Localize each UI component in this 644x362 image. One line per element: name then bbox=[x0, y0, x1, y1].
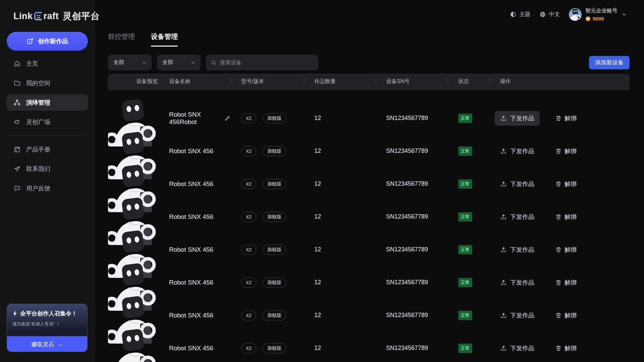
status-badge: 正常 bbox=[458, 245, 472, 254]
send-work-button[interactable]: 下发作品 bbox=[495, 341, 540, 356]
sidebar-item-label: 演绎管理 bbox=[26, 99, 50, 107]
works-count: 12 bbox=[304, 345, 376, 352]
edit-pencil-icon[interactable] bbox=[224, 115, 231, 122]
send-work-button[interactable]: 下发作品 bbox=[495, 177, 540, 191]
sidebar-item-contact-us[interactable]: 联系我们 bbox=[7, 161, 88, 177]
theme-contrast-icon bbox=[510, 11, 517, 18]
send-work-button[interactable]: 下发作品 bbox=[495, 209, 540, 224]
create-new-work-button[interactable]: 创作新作品 bbox=[7, 32, 88, 51]
search-device-input[interactable] bbox=[220, 60, 314, 66]
unbind-label: 解绑 bbox=[565, 147, 577, 155]
sidebar-item-label: 联系我们 bbox=[26, 165, 50, 173]
sidebar-nav-primary: 主页 我的空间 演绎管 bbox=[7, 56, 88, 130]
version-badge: 旗舰版 bbox=[263, 179, 286, 189]
promo-subtitle: 成为首批"机器人导演" ！ bbox=[12, 321, 82, 327]
filter-dropdown-1[interactable]: 全部 bbox=[108, 55, 152, 70]
upload-icon bbox=[500, 214, 507, 220]
unbind-button[interactable]: 解绑 bbox=[555, 147, 577, 155]
unbind-label: 解绑 bbox=[565, 114, 577, 122]
send-work-button[interactable]: 下发作品 bbox=[495, 111, 540, 126]
theme-toggle[interactable]: 主题 bbox=[510, 11, 530, 18]
sidebar: Link raft 灵创平台 bbox=[0, 0, 95, 362]
sidebar-item-performance-management[interactable]: 演绎管理 bbox=[7, 95, 88, 111]
sidebar-item-label: 用户反馈 bbox=[26, 184, 50, 192]
account-menu[interactable]: 智元企业账号 5000 bbox=[569, 7, 627, 21]
device-name: Robot SNX 456 bbox=[169, 180, 213, 188]
status-badge: 正常 bbox=[458, 114, 472, 123]
device-sn: SN1234567789 bbox=[376, 246, 448, 253]
status-cell: 正常 bbox=[448, 344, 490, 353]
device-table-header: 设备预览 设备名称 型号/版本 作品数量 设备SN号 状态 操作 bbox=[108, 74, 630, 90]
model-badge: X2 bbox=[241, 179, 256, 189]
promo-card: 全平台创作人召集令！ 成为首批"机器人导演" ！ 赚取灵石 → bbox=[7, 304, 88, 352]
unbind-button[interactable]: 解绑 bbox=[555, 114, 577, 122]
main-area: 主题 中文 智元企业账号 bbox=[95, 0, 644, 362]
column-header-status: 状态 bbox=[448, 78, 490, 85]
device-name-cell: Robot SNX 456Robot bbox=[159, 111, 231, 126]
sidebar-divider bbox=[7, 135, 88, 136]
status-badge: 正常 bbox=[458, 212, 472, 222]
trash-x-icon bbox=[555, 279, 562, 286]
status-badge: 正常 bbox=[458, 278, 472, 287]
column-header-actions: 操作 bbox=[490, 78, 630, 85]
model-version-cell: X2 旗舰版 bbox=[231, 212, 304, 222]
sidebar-item-lingchuang-plaza[interactable]: 灵创广场 bbox=[7, 114, 88, 130]
model-badge: X2 bbox=[241, 212, 256, 222]
device-sn: SN1234567789 bbox=[376, 279, 448, 286]
unbind-button[interactable]: 解绑 bbox=[555, 246, 577, 254]
device-sn: SN1234567789 bbox=[376, 345, 448, 352]
send-work-button[interactable]: 下发作品 bbox=[495, 308, 540, 323]
status-cell: 正常 bbox=[448, 179, 490, 189]
earn-lingshi-button[interactable]: 赚取灵石 → bbox=[7, 336, 87, 352]
promo-cta-label: 赚取灵石 bbox=[32, 341, 54, 348]
home-icon bbox=[13, 60, 21, 67]
device-sn: SN1234567789 bbox=[376, 115, 448, 122]
filter-dropdown-2[interactable]: 全部 bbox=[157, 55, 201, 70]
paper-plane-icon bbox=[13, 165, 21, 173]
status-cell: 正常 bbox=[448, 245, 490, 254]
device-name: Robot SNX 456 bbox=[169, 213, 213, 221]
unbind-button[interactable]: 解绑 bbox=[555, 311, 577, 319]
unbind-button[interactable]: 解绑 bbox=[555, 279, 577, 287]
promo-title: 全平台创作人召集令！ bbox=[20, 310, 77, 317]
device-name: Robot SNX 456 bbox=[169, 345, 213, 352]
model-version-cell: X2 旗舰版 bbox=[231, 310, 304, 320]
device-name: Robot SNX 456 bbox=[169, 246, 213, 253]
actions-cell: 下发作品 解绑 bbox=[490, 209, 630, 224]
send-work-button[interactable]: 下发作品 bbox=[495, 275, 540, 290]
unbind-button[interactable]: 解绑 bbox=[555, 344, 577, 352]
unbind-button[interactable]: 解绑 bbox=[555, 180, 577, 188]
globe-icon bbox=[539, 11, 546, 18]
table-row: Robot SNX 456 X2 旗舰版 12 SN1234567789 正常 … bbox=[108, 221, 630, 254]
sidebar-item-my-space[interactable]: 我的空间 bbox=[7, 75, 88, 91]
trash-x-icon bbox=[555, 115, 562, 122]
arrow-right-icon: → bbox=[57, 341, 63, 348]
sidebar-item-home[interactable]: 主页 bbox=[7, 56, 88, 72]
sidebar-item-user-feedback[interactable]: 用户反馈 bbox=[7, 180, 88, 196]
model-version-cell: X2 旗舰版 bbox=[231, 343, 304, 353]
device-name: Robot SNX 456Robot bbox=[169, 111, 220, 126]
unbind-button[interactable]: 解绑 bbox=[555, 213, 577, 221]
model-version-cell: X2 旗舰版 bbox=[231, 113, 304, 123]
sidebar-item-product-manual[interactable]: 产品手册 bbox=[7, 141, 88, 158]
actions-cell: 下发作品 解绑 bbox=[490, 177, 630, 191]
send-work-button[interactable]: 下发作品 bbox=[495, 144, 540, 159]
works-count: 12 bbox=[304, 115, 376, 122]
tab-device-management[interactable]: 设备管理 bbox=[151, 32, 178, 47]
chevron-down-icon bbox=[621, 11, 627, 17]
tab-group-control[interactable]: 群控管理 bbox=[108, 32, 135, 47]
topbar: 主题 中文 智元企业账号 bbox=[510, 7, 627, 21]
device-name: Robot SNX 456 bbox=[169, 279, 213, 286]
upload-icon bbox=[500, 148, 507, 155]
status-cell: 正常 bbox=[448, 114, 490, 123]
trash-x-icon bbox=[555, 214, 562, 220]
send-work-label: 下发作品 bbox=[510, 213, 534, 221]
sidebar-item-label: 主页 bbox=[26, 60, 38, 68]
language-switcher[interactable]: 中文 bbox=[539, 11, 560, 18]
model-badge: X2 bbox=[241, 310, 256, 320]
upload-icon bbox=[500, 345, 507, 352]
credits-row: 5000 bbox=[585, 16, 618, 21]
send-work-button[interactable]: 下发作品 bbox=[495, 242, 540, 257]
add-device-button[interactable]: 添加新设备 bbox=[589, 56, 630, 69]
model-badge: X2 bbox=[241, 146, 256, 156]
